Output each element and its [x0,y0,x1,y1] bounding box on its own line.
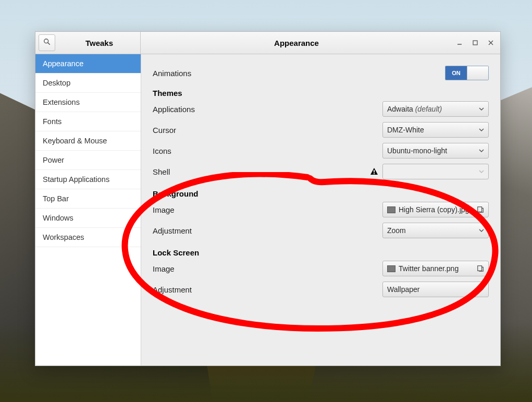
sidebar-item-label: Desktop [43,79,70,87]
sidebar-item-windows[interactable]: Windows [35,209,141,228]
sidebar-item-label: Workspaces [43,233,84,241]
sidebar-item-workspaces[interactable]: Workspaces [35,228,141,247]
label-applications: Applications [153,105,382,114]
row-background-adjustment: Adjustment Zoom [153,220,489,241]
open-file-icon [477,206,484,213]
label-cursor: Cursor [153,126,382,135]
image-file-icon [387,206,395,213]
chevron-down-icon [479,127,484,132]
row-cursor: Cursor DMZ-White [153,119,489,140]
sidebar-item-label: Appearance [43,59,83,68]
label-lockscreen-adjustment: Adjustment [153,285,382,294]
sidebar-item-keyboard-mouse[interactable]: Keyboard & Mouse [35,131,141,151]
window-controls [452,32,500,54]
sidebar-item-label: Top Bar [43,194,69,203]
sidebar-item-label: Windows [43,214,73,222]
maximize-button[interactable] [468,35,482,50]
sidebar-item-label: Startup Applications [43,175,109,184]
left-title: Tweaks [58,39,140,47]
svg-line-1 [48,43,50,45]
chevron-down-icon [479,287,484,292]
label-background-adjustment: Adjustment [153,226,382,235]
tweaks-window: Tweaks Appearance Appearance Desktop Ext… [35,31,501,366]
combo-value-suffix: (default) [415,105,442,113]
chevron-down-icon [479,106,484,112]
file-chooser-background[interactable]: High Sierra (copy).jpg [382,202,489,217]
file-name: Twitter banner.png [399,264,484,273]
image-file-icon [387,265,395,272]
sidebar-item-desktop[interactable]: Desktop [35,74,141,93]
toggle-knob [467,66,488,80]
sidebar-item-label: Power [43,156,64,164]
titlebar-left: Tweaks [35,32,141,54]
sidebar-item-label: Keyboard & Mouse [43,137,107,145]
svg-rect-9 [478,266,482,271]
label-icons: Icons [153,147,382,155]
combo-value: Zoom [387,226,484,235]
combo-value: Wallpaper [387,285,484,294]
combo-value: DMZ-White [387,126,484,134]
svg-rect-7 [374,173,375,174]
content-pane: Animations ON Themes Applications Adwait… [141,54,500,366]
open-file-icon [477,265,484,272]
row-lockscreen-image: Image Twitter banner.png [153,258,489,279]
search-icon [43,38,51,47]
sidebar-item-power[interactable]: Power [35,151,141,170]
row-shell: Shell [153,161,489,182]
chevron-down-icon [479,228,484,233]
warning-icon [370,167,378,176]
sidebar: Appearance Desktop Extensions Fonts Keyb… [35,54,141,366]
row-icons: Icons Ubuntu-mono-light [153,140,489,161]
label-animations: Animations [153,69,445,78]
file-name: High Sierra (copy).jpg [399,205,484,214]
animations-toggle[interactable]: ON [445,66,489,80]
search-button[interactable] [39,34,55,51]
combo-value: Adwaita (default) [387,105,484,113]
combo-applications[interactable]: Adwaita (default) [382,101,489,117]
section-themes: Themes [153,89,489,98]
row-animations: Animations ON [153,63,489,83]
sidebar-item-fonts[interactable]: Fonts [35,112,141,131]
combo-lockscreen-adjustment[interactable]: Wallpaper [382,282,489,297]
titlebar: Tweaks Appearance [35,32,500,54]
label-lockscreen-image: Image [153,264,382,273]
row-lockscreen-adjustment: Adjustment Wallpaper [153,279,489,300]
combo-icons[interactable]: Ubuntu-mono-light [382,143,489,159]
toggle-on-label: ON [446,66,467,80]
sidebar-item-label: Fonts [43,117,61,126]
sidebar-item-top-bar[interactable]: Top Bar [35,189,141,209]
combo-value-text: Adwaita [387,105,413,113]
section-lockscreen: Lock Screen [153,248,489,257]
section-background: Background [153,189,489,198]
minimize-button[interactable] [452,35,467,50]
chevron-down-icon [479,169,484,174]
svg-rect-6 [374,170,375,173]
sidebar-item-extensions[interactable]: Extensions [35,93,141,112]
chevron-down-icon [479,148,484,153]
close-button[interactable] [484,35,498,50]
window-title: Appearance [141,32,452,54]
row-background-image: Image High Sierra (copy).jpg [153,199,489,220]
svg-rect-3 [473,41,477,45]
file-chooser-lockscreen[interactable]: Twitter banner.png [382,261,489,276]
svg-rect-8 [478,207,482,212]
combo-shell [382,164,489,179]
sidebar-item-startup-applications[interactable]: Startup Applications [35,170,141,189]
combo-background-adjustment[interactable]: Zoom [382,223,489,238]
label-background-image: Image [153,205,382,214]
sidebar-item-appearance[interactable]: Appearance [35,54,141,74]
combo-value: Ubuntu-mono-light [387,147,484,155]
sidebar-item-label: Extensions [43,98,80,106]
row-applications: Applications Adwaita (default) [153,99,489,119]
label-shell: Shell [153,167,370,176]
combo-cursor[interactable]: DMZ-White [382,122,489,138]
